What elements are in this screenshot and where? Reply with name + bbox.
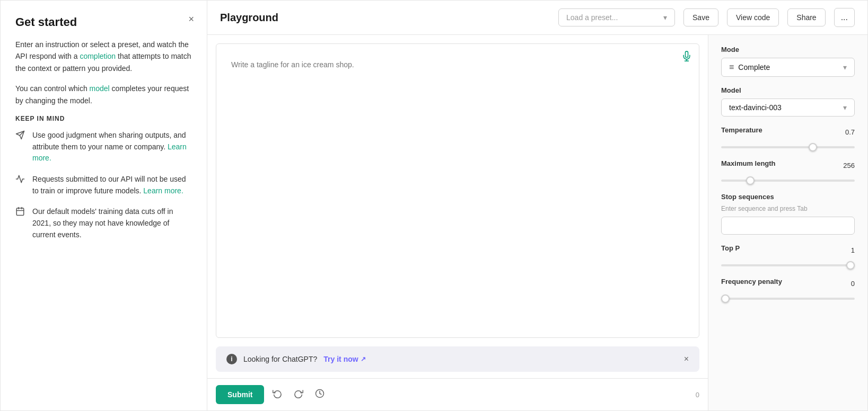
main-area: Playground Load a preset... ▾ Save View … <box>207 1 867 410</box>
mode-dropdown[interactable]: ≡ Complete ▾ <box>721 58 855 77</box>
tip-list: Use good judgment when sharing outputs, … <box>15 130 192 241</box>
top-p-container: Top P 1 <box>721 244 855 268</box>
more-options-button[interactable]: ... <box>834 8 855 27</box>
frequency-penalty-container: Frequency penalty 0 <box>721 278 855 301</box>
submit-button[interactable]: Submit <box>216 385 264 404</box>
external-link-icon: ↗ <box>361 355 366 363</box>
stop-sequences-label: Stop sequences <box>721 193 855 201</box>
chatgpt-banner: i Looking for ChatGPT? Try it now ↗ × <box>216 346 699 372</box>
activity-icon <box>15 174 26 185</box>
sidebar-intro-1: Enter an instruction or select a preset,… <box>15 39 192 74</box>
sidebar-title: Get started <box>15 15 192 29</box>
model-chevron-icon: ▾ <box>843 103 847 112</box>
temperature-row: Temperature 0.7 <box>721 126 855 138</box>
tip-text-1: Use good judgment when sharing outputs, … <box>32 130 192 164</box>
max-length-slider[interactable] <box>721 180 855 182</box>
top-p-slider[interactable] <box>721 264 855 266</box>
model-dropdown[interactable]: text-davinci-003 ▾ <box>721 99 855 117</box>
temperature-slider[interactable] <box>721 146 855 148</box>
banner-text: Looking for ChatGPT? <box>243 355 317 363</box>
share-button[interactable]: Share <box>787 8 825 26</box>
sidebar: × Get started Enter an instruction or se… <box>1 1 207 410</box>
char-count: 0 <box>696 391 699 399</box>
tip-text-3: Our default models' training data cuts o… <box>32 206 192 240</box>
info-icon: i <box>226 354 237 364</box>
history-button[interactable] <box>312 387 328 403</box>
frequency-penalty-label: Frequency penalty <box>721 278 782 285</box>
preset-placeholder: Load a preset... <box>566 13 659 22</box>
temperature-container: Temperature 0.7 <box>721 126 855 150</box>
frequency-penalty-value: 0 <box>851 280 855 288</box>
temperature-label: Temperature <box>721 126 762 134</box>
calendar-icon <box>15 207 26 217</box>
top-p-row: Top P 1 <box>721 244 855 256</box>
max-length-container: Maximum length 256 <box>721 159 855 183</box>
tip-item-2: Requests submitted to our API will not b… <box>15 174 192 196</box>
temperature-value: 0.7 <box>845 128 855 136</box>
sidebar-intro-2: You can control which model completes yo… <box>15 83 192 106</box>
save-button[interactable]: Save <box>683 8 718 26</box>
learn-more-link-1[interactable]: Learn more. <box>32 142 187 163</box>
preset-dropdown[interactable]: Load a preset... ▾ <box>558 8 675 26</box>
tip-text-2: Requests submitted to our API will not b… <box>32 174 192 196</box>
redo-button[interactable] <box>291 387 306 403</box>
mode-chevron-icon: ▾ <box>843 63 847 72</box>
top-p-value: 1 <box>851 246 855 254</box>
frequency-penalty-slider[interactable] <box>721 298 855 300</box>
mode-label: Mode <box>721 46 855 53</box>
model-label: Model <box>721 86 855 94</box>
content-area: i Looking for ChatGPT? Try it now ↗ × Su… <box>207 35 867 410</box>
model-value: text-davinci-003 <box>729 103 782 112</box>
svg-rect-2 <box>16 208 24 216</box>
keep-in-mind-label: KEEP IN MIND <box>15 115 192 122</box>
tip-item-1: Use good judgment when sharing outputs, … <box>15 130 192 164</box>
frequency-penalty-row: Frequency penalty 0 <box>721 278 855 290</box>
send-icon <box>15 130 26 141</box>
mode-icon: ≡ <box>729 62 734 72</box>
settings-panel: Mode ≡ Complete ▾ Model text-davinci-003… <box>708 35 867 410</box>
microphone-icon[interactable] <box>681 51 692 64</box>
stop-sequences-input[interactable] <box>721 217 855 235</box>
max-length-value: 256 <box>843 162 855 169</box>
editor-panel: i Looking for ChatGPT? Try it now ↗ × Su… <box>207 35 708 410</box>
model-link[interactable]: model <box>90 84 110 93</box>
banner-close-button[interactable]: × <box>684 354 689 364</box>
view-code-button[interactable]: View code <box>727 8 779 26</box>
preset-chevron-icon: ▾ <box>663 13 667 22</box>
try-it-now-link[interactable]: Try it now ↗ <box>323 355 365 363</box>
undo-button[interactable] <box>269 387 285 403</box>
page-title: Playground <box>220 12 278 24</box>
editor-toolbar: Submit <box>207 378 708 410</box>
sidebar-body: Enter an instruction or select a preset,… <box>15 39 192 240</box>
completion-link[interactable]: completion <box>80 52 116 60</box>
max-length-label: Maximum length <box>721 159 776 167</box>
editor-textarea[interactable] <box>216 43 699 338</box>
stop-sequences-hint: Enter sequence and press Tab <box>721 205 855 212</box>
header: Playground Load a preset... ▾ Save View … <box>207 1 867 35</box>
top-p-label: Top P <box>721 244 740 252</box>
mode-value: Complete <box>738 63 770 72</box>
sidebar-close-button[interactable]: × <box>188 14 194 24</box>
max-length-row: Maximum length 256 <box>721 159 855 172</box>
editor-wrapper <box>207 35 708 346</box>
tip-item-3: Our default models' training data cuts o… <box>15 206 192 240</box>
learn-more-link-2[interactable]: Learn more. <box>143 186 183 195</box>
